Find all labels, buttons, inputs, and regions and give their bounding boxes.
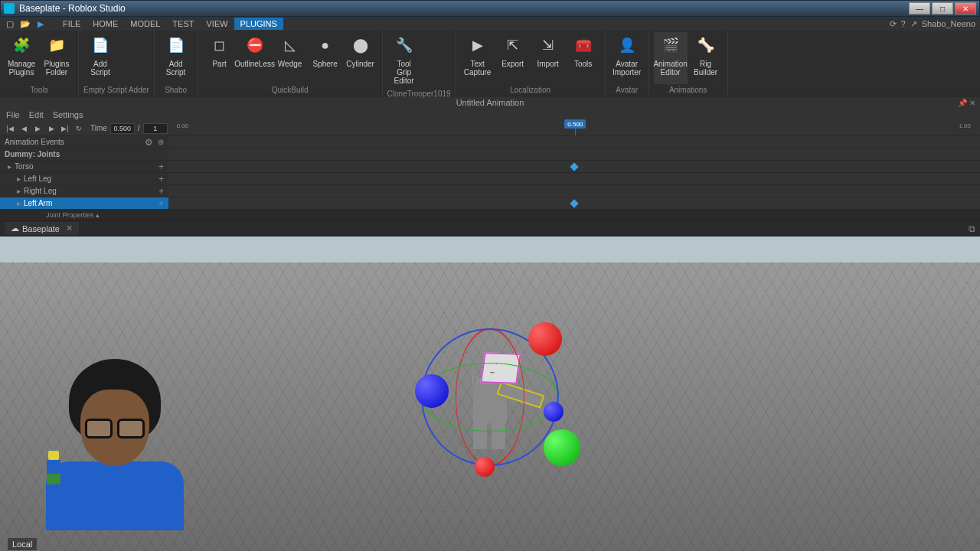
timeline-ruler[interactable]: 0.00 1.00 0.500 bbox=[175, 121, 975, 135]
animation-title: Untitled Animation bbox=[456, 98, 524, 107]
window-titlebar: Baseplate - Roblox Studio — □ ✕ bbox=[0, 0, 980, 17]
ribbon-add-script[interactable]: 📄AddScript bbox=[159, 32, 193, 84]
playhead-label: 0.500 bbox=[564, 119, 586, 129]
play-icon[interactable]: ▶ bbox=[35, 18, 46, 29]
joint-row-torso[interactable]: ▸Torso+ bbox=[0, 161, 980, 173]
play-button[interactable]: ▶ bbox=[32, 123, 43, 134]
playhead[interactable]: 0.500 bbox=[575, 121, 576, 135]
gizmo-handle-blue-left[interactable] bbox=[415, 374, 449, 408]
3d-viewport[interactable]: Dummy Local bbox=[0, 236, 980, 551]
new-icon[interactable]: ▢ bbox=[5, 18, 15, 29]
menu-tab-model[interactable]: MODEL bbox=[124, 18, 166, 30]
menu-tab-file[interactable]: FILE bbox=[57, 18, 87, 30]
ruler-start: 0.00 bbox=[177, 122, 189, 129]
ribbon-sphere[interactable]: ●Sphere bbox=[309, 32, 342, 84]
ribbon-avatar-importer[interactable]: 👤AvatarImporter bbox=[610, 32, 644, 84]
ribbon-text-capture[interactable]: ▶TextCapture bbox=[461, 32, 495, 84]
ribbon-wedge[interactable]: ◺Wedge bbox=[273, 32, 307, 84]
close-tab-icon[interactable]: ✕ bbox=[66, 223, 73, 233]
anim-menu-file[interactable]: File bbox=[6, 110, 20, 119]
gizmo-handle-green[interactable] bbox=[544, 429, 580, 466]
joint-properties-toggle[interactable]: Joint Properties ▴ bbox=[0, 210, 980, 220]
ruler-end: 1.00 bbox=[959, 122, 971, 129]
webcam-overlay bbox=[46, 359, 184, 512]
noob-avatar-icon bbox=[38, 451, 69, 489]
upgrade-icon[interactable]: ⟳ bbox=[890, 19, 897, 29]
space-mode-label[interactable]: Local bbox=[8, 538, 37, 550]
ribbon-manage-plugins[interactable]: 🧩ManagePlugins bbox=[5, 32, 38, 84]
total-input[interactable] bbox=[143, 123, 168, 134]
ribbon-plugins-folder[interactable]: 📁PluginsFolder bbox=[40, 32, 74, 84]
anim-menu-settings[interactable]: Settings bbox=[53, 110, 83, 119]
ribbon-tool-grip-editor[interactable]: 🔧ToolGrip Editor bbox=[387, 32, 421, 88]
ribbon: 🧩ManagePlugins📁PluginsFolderTools📄AddScr… bbox=[0, 31, 980, 96]
ribbon-rig-builder[interactable]: 🦴RigBuilder bbox=[689, 32, 723, 84]
tab-baseplate[interactable]: ☁ Baseplate ✕ bbox=[5, 222, 79, 235]
document-tabs: ☁ Baseplate ✕ ⧉ bbox=[0, 221, 980, 236]
ribbon-outlineless[interactable]: ⛔OutlineLess bbox=[238, 32, 272, 84]
gizmo-handle-red-top[interactable] bbox=[528, 322, 562, 356]
ribbon-import[interactable]: ⇲Import bbox=[531, 32, 565, 84]
panel-pin-icon[interactable]: 📌 ✕ bbox=[958, 99, 975, 107]
menu-tab-home[interactable]: HOME bbox=[87, 18, 124, 30]
animation-editor-panel: Untitled Animation 📌 ✕ FileEditSettings … bbox=[0, 96, 980, 221]
open-icon[interactable]: 📂 bbox=[20, 18, 31, 29]
prev-frame-button[interactable]: ◀ bbox=[18, 123, 29, 134]
user-label[interactable]: Shabo_Neeno bbox=[922, 19, 975, 28]
animation-events-row: Animation Events ⚙ ⊕ bbox=[0, 136, 980, 148]
menu-tab-test[interactable]: TEST bbox=[166, 18, 200, 30]
playback-controls: |◀ ◀ ▶ ▶ ▶| ↻ Time / 0.00 1.00 0.500 bbox=[0, 121, 980, 136]
app-icon bbox=[4, 3, 15, 14]
goto-end-button[interactable]: ▶| bbox=[60, 123, 70, 134]
ribbon-add-script[interactable]: 📄AddScript bbox=[83, 32, 117, 84]
cloud-icon: ☁ bbox=[11, 223, 19, 233]
ribbon-tabs: ▢ 📂 ▶ FILEHOMEMODELTESTVIEWPLUGINS ⟳ ? ↗… bbox=[0, 17, 980, 31]
joint-row-left-leg[interactable]: ▸Left Leg+ bbox=[0, 173, 980, 185]
add-event-icon[interactable]: ⊕ bbox=[158, 138, 164, 146]
next-frame-button[interactable]: ▶ bbox=[46, 123, 57, 134]
joint-row-left-arm[interactable]: ▸Left Arm+ bbox=[0, 197, 980, 210]
maximize-button[interactable]: □ bbox=[932, 2, 953, 15]
ribbon-part[interactable]: ◻Part bbox=[203, 32, 237, 84]
window-title: Baseplate - Roblox Studio bbox=[19, 3, 126, 14]
menu-tab-view[interactable]: VIEW bbox=[200, 18, 234, 30]
gear-icon[interactable]: ⚙ bbox=[145, 137, 153, 148]
ribbon-animation-editor[interactable]: 🎬AnimationEditor bbox=[654, 32, 688, 84]
gizmo-handle-red-bottom[interactable] bbox=[475, 457, 495, 477]
time-input[interactable] bbox=[110, 123, 135, 134]
menu-tab-plugins[interactable]: PLUGINS bbox=[234, 18, 283, 30]
loop-button[interactable]: ↻ bbox=[74, 123, 84, 134]
close-button[interactable]: ✕ bbox=[955, 2, 976, 15]
minimize-button[interactable]: — bbox=[909, 2, 930, 15]
popout-icon[interactable]: ⧉ bbox=[969, 223, 975, 234]
help-icon[interactable]: ? bbox=[901, 19, 906, 28]
anim-menu-edit[interactable]: Edit bbox=[29, 110, 44, 119]
goto-start-button[interactable]: |◀ bbox=[5, 123, 15, 134]
ribbon-cylinder[interactable]: ⬤Cylinder bbox=[344, 32, 377, 84]
ribbon-tools[interactable]: 🧰Tools bbox=[567, 32, 600, 84]
rig-root-row: Dummy: Joints bbox=[0, 148, 980, 161]
share-icon[interactable]: ↗ bbox=[910, 19, 917, 29]
gizmo-handle-blue-right[interactable] bbox=[544, 402, 564, 422]
joint-row-right-leg[interactable]: ▸Right Leg+ bbox=[0, 185, 980, 197]
ribbon-export[interactable]: ⇱Export bbox=[496, 32, 530, 84]
